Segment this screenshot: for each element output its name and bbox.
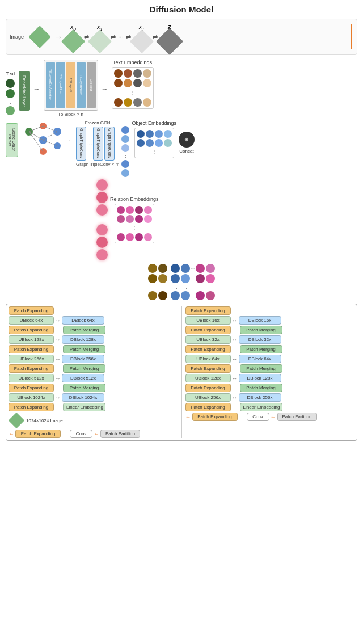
comb-dots3: ··· xyxy=(191,293,195,298)
dblock-64-left[interactable]: DBlock 64x xyxy=(62,316,104,325)
unet-row-pm-16: Patch Expanding Patch Merging xyxy=(185,326,355,334)
patch-merge-right-3[interactable]: Patch Merging xyxy=(240,364,282,373)
patch-partition-right[interactable]: Patch Partition xyxy=(277,413,317,421)
dblock-16-right[interactable]: DBlock 16x xyxy=(239,316,281,325)
node-graph-svg xyxy=(20,120,66,160)
patch-expand-right-0[interactable]: Patch Expanding xyxy=(185,306,231,315)
dblock-32-right[interactable]: DBlock 32x xyxy=(239,335,281,344)
middle-dots: ··· xyxy=(118,33,124,41)
patch-expand-left-0[interactable]: Patch Expanding xyxy=(9,306,54,315)
patch-expand-bottom-right[interactable]: Patch Expanding xyxy=(185,403,231,411)
patch-expand-bottom-left[interactable]: Patch Expanding xyxy=(9,403,54,411)
unet-row-pm-512: Patch Expanding Patch Merging xyxy=(9,384,178,392)
patch-merge-left-1[interactable]: Patch Merging xyxy=(63,326,105,334)
arrow-2: ⇌ xyxy=(84,33,89,41)
linear-emb-right[interactable]: Linear Embedding xyxy=(240,403,282,411)
ublock-512-left[interactable]: UBlock 512x xyxy=(9,374,54,382)
orange-arrow-left: ← xyxy=(9,431,14,437)
conv-left[interactable]: Conv xyxy=(70,430,92,438)
patch-expand-left-1[interactable]: Patch Expanding xyxy=(9,326,54,334)
comb-circle xyxy=(148,264,157,273)
linear-emb-left[interactable]: Linear Embedding xyxy=(63,403,105,411)
arrow-256-right: ↔ xyxy=(232,394,238,401)
patch-expand-image-left[interactable]: Patch Expanding xyxy=(15,430,61,438)
patch-merge-left-3[interactable]: Patch Merging xyxy=(63,364,105,373)
image-diamond-left xyxy=(9,413,24,428)
ublock-64-right[interactable]: UBlock 64x xyxy=(185,355,231,363)
emb-cell xyxy=(124,69,132,78)
scene-graph-parser: Scene Graph Parser xyxy=(6,123,18,157)
unet-row-pm-64: Patch Expanding Patch Merging xyxy=(9,326,178,334)
comb-circle xyxy=(158,291,167,300)
pink-circle-lg xyxy=(96,204,108,216)
t5-cell-4: TSLayerNorm xyxy=(77,62,86,108)
gap xyxy=(168,291,170,300)
unet-row-128-right: UBlock 128x ↔ DBlock 128x xyxy=(185,374,355,382)
full-diagram: Diffusion Model Image → x0 ⇌ x1 xyxy=(0,0,363,448)
ublock-16-right[interactable]: UBlock 16x xyxy=(185,316,231,325)
dblock-64-right[interactable]: DBlock 64x xyxy=(239,355,281,363)
dblock-256-left[interactable]: DBlock 256x xyxy=(62,355,104,363)
patch-expand-right-2[interactable]: Patch Expanding xyxy=(185,345,231,353)
obj-cell xyxy=(155,139,163,147)
emb-cell xyxy=(114,79,123,87)
gcn-cell-2: GraphTripleConv xyxy=(93,127,103,161)
patch-merge-right-4[interactable]: Patch Merging xyxy=(240,384,282,392)
dblock-1024-left[interactable]: DBlock 1024x xyxy=(62,393,104,402)
patch-merge-left-4[interactable]: Patch Merging xyxy=(63,384,105,392)
patch-expand-right-1[interactable]: Patch Expanding xyxy=(185,326,231,334)
rel-cell xyxy=(144,215,152,223)
t5-cell-2: TSLayerNorm xyxy=(56,62,65,108)
ublock-128-left[interactable]: UBlock 128x xyxy=(9,335,54,344)
patch-merge-right-2[interactable]: Patch Merging xyxy=(240,345,282,353)
x0-col: x0 xyxy=(65,24,82,50)
unet-row-patch-expand-0-right: Patch Expanding xyxy=(185,306,355,315)
diffusion-model-section: Image → x0 ⇌ x1 ⇌ ··· ⇌ xyxy=(6,19,357,55)
ublock-1024-left[interactable]: UBlock 1024x xyxy=(9,393,54,402)
patch-expand-left-3[interactable]: Patch Expanding xyxy=(9,364,54,373)
dblock-256-right[interactable]: DBlock 256x xyxy=(239,393,281,402)
pink-dots: ⋮ xyxy=(99,217,105,223)
conv-right[interactable]: Conv xyxy=(247,413,269,421)
comb-circle xyxy=(196,264,205,273)
dblock-512-left[interactable]: DBlock 512x xyxy=(62,374,104,382)
emb-cell xyxy=(124,98,132,107)
conv-partition-left: ← Patch Expanding Conv ← Patch Partition xyxy=(9,430,178,438)
text-embeddings-label: Text Embeddings xyxy=(113,60,152,65)
unet-row-128: UBlock 128x ↔ DBlock 128x xyxy=(9,335,178,344)
comb-dots: ··· xyxy=(191,266,195,271)
patch-expand-right-4[interactable]: Patch Expanding xyxy=(185,384,231,392)
ublock-32-right[interactable]: UBlock 32x xyxy=(185,335,231,344)
obj-cell xyxy=(137,130,145,138)
ublock-64-left[interactable]: UBlock 64x xyxy=(9,316,54,325)
patch-merge-right-1[interactable]: Patch Merging xyxy=(240,326,282,334)
blue-circle xyxy=(121,160,129,168)
relation-embeddings-label: Relation Embeddings xyxy=(110,196,159,202)
patch-expand-right-3[interactable]: Patch Expanding xyxy=(185,364,231,373)
text-embeddings-grid: ⋮ xyxy=(112,67,154,109)
combined-row-1: ··· xyxy=(148,264,216,273)
patch-expand-image-right[interactable]: Patch Expanding xyxy=(192,413,238,421)
ublock-256-left[interactable]: UBlock 256x xyxy=(9,355,54,363)
patch-expand-left-2[interactable]: Patch Expanding xyxy=(9,345,54,353)
gcn-cell-1: GraphTripleConv xyxy=(76,127,86,161)
pink-circles-col: ⋮ xyxy=(96,179,108,260)
comb-dots2: ··· xyxy=(191,276,195,281)
patch-merge-left-2[interactable]: Patch Merging xyxy=(63,345,105,353)
arrow-emb-t5: → xyxy=(33,85,40,93)
patch-expand-left-4[interactable]: Patch Expanding xyxy=(9,384,54,392)
concat-symbol: ⊕ xyxy=(179,132,195,148)
t5-cell-1: TSLayerSe.Attention xyxy=(46,62,55,108)
rel-cell xyxy=(126,206,134,214)
arrow-64-right: ↔ xyxy=(232,356,238,362)
pink-circle-lg xyxy=(96,237,108,248)
rel-cell xyxy=(144,233,152,241)
patch-partition-left[interactable]: Patch Partition xyxy=(100,430,140,438)
dblock-128-left[interactable]: DBlock 128x xyxy=(62,335,104,344)
dblock-128-right[interactable]: DBlock 128x xyxy=(239,374,281,382)
ublock-128-right[interactable]: UBlock 128x xyxy=(185,374,231,382)
ublock-256-right[interactable]: UBlock 256x xyxy=(185,393,231,402)
pink-circle-lg xyxy=(96,192,108,203)
text-circle-2 xyxy=(6,89,15,98)
arrow-16: ↔ xyxy=(232,317,238,323)
